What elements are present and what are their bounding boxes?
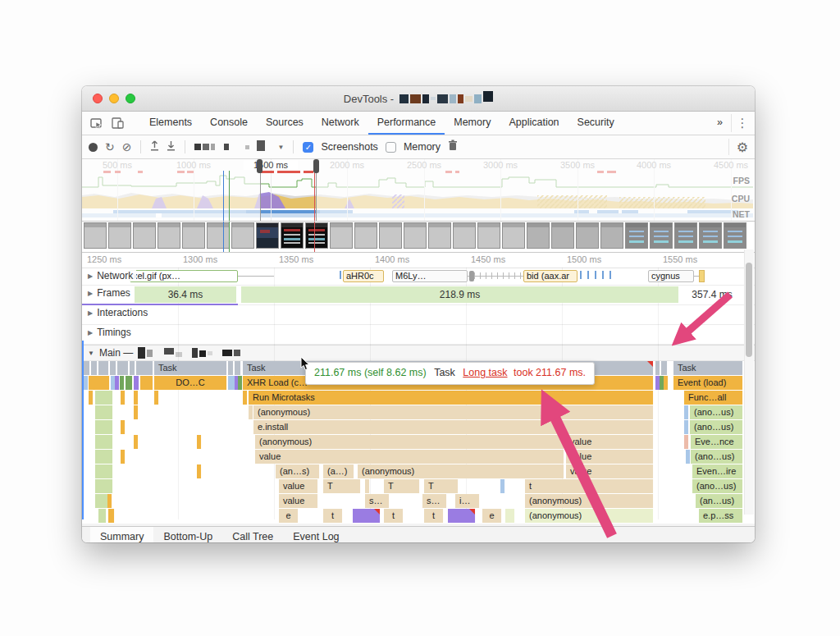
flame-segment[interactable] xyxy=(91,361,98,375)
filmstrip-thumbnail[interactable] xyxy=(625,222,648,249)
interactions-track[interactable]: Interactions xyxy=(82,305,755,325)
flame-segment[interactable] xyxy=(121,450,126,464)
flame-segment[interactable]: (anonymous) xyxy=(358,464,564,478)
flame-segment[interactable]: DO…C xyxy=(154,376,227,390)
flame-segment[interactable] xyxy=(95,405,113,419)
flame-segment[interactable]: e xyxy=(279,509,299,523)
timings-track-label[interactable]: Timings xyxy=(84,327,135,338)
network-request-sliver[interactable] xyxy=(699,270,705,282)
flame-segment[interactable] xyxy=(121,391,126,405)
flame-segment[interactable] xyxy=(197,435,202,449)
flame-segment[interactable] xyxy=(134,391,139,405)
save-profile-icon[interactable] xyxy=(167,140,176,154)
flame-segment[interactable]: (an…s) xyxy=(276,464,320,478)
selection-handle-left[interactable] xyxy=(257,159,262,173)
filmstrip-thumbnail[interactable] xyxy=(724,222,746,249)
flame-segment[interactable] xyxy=(121,420,126,434)
flame-segment[interactable]: i… xyxy=(455,494,480,508)
flame-segment[interactable]: Task xyxy=(154,361,227,375)
flame-segment[interactable]: T xyxy=(424,479,459,493)
filmstrip-thumbnail[interactable] xyxy=(699,222,722,249)
flame-segment[interactable]: value xyxy=(566,464,654,478)
flame-segment[interactable] xyxy=(89,391,94,405)
details-tab-bottom-up[interactable]: Bottom-Up xyxy=(153,527,222,542)
filmstrip-thumbnail[interactable] xyxy=(551,222,574,249)
flame-segment[interactable]: s… xyxy=(365,494,390,508)
minimize-window-button[interactable] xyxy=(109,94,119,103)
flame-segment[interactable] xyxy=(500,479,505,493)
interactions-track-label[interactable]: Interactions xyxy=(84,307,151,318)
frames-track[interactable]: Frames 36.4 ms218.9 ms357.4 ms xyxy=(82,286,755,305)
network-request[interactable]: xel.gif (px… xyxy=(130,270,238,282)
flame-segment[interactable]: t xyxy=(424,509,444,523)
flame-segment[interactable]: Task xyxy=(673,361,743,375)
filmstrip-thumbnail[interactable] xyxy=(379,222,402,249)
flame-segment[interactable]: t xyxy=(525,479,654,493)
flame-segment[interactable]: (a…) xyxy=(323,464,354,478)
vertical-scrollbar[interactable] xyxy=(744,249,754,515)
tab-security[interactable]: Security xyxy=(568,112,623,135)
frame-duration[interactable]: 36.4 ms xyxy=(133,286,238,303)
screenshot-filmstrip[interactable] xyxy=(82,222,755,253)
flame-segment[interactable]: value xyxy=(279,479,318,493)
details-tab-call-tree[interactable]: Call Tree xyxy=(222,527,283,542)
flame-segment[interactable]: e xyxy=(482,509,502,523)
flame-segment[interactable] xyxy=(95,391,113,405)
flame-segment[interactable]: value xyxy=(279,494,318,508)
tab-console[interactable]: Console xyxy=(201,112,257,135)
flame-segment[interactable] xyxy=(655,361,660,375)
flame-segment[interactable]: (anonymous) xyxy=(525,509,654,523)
more-tabs-chevron[interactable]: » xyxy=(710,112,729,135)
flame-segment[interactable] xyxy=(197,464,202,478)
flame-segment[interactable] xyxy=(98,361,109,375)
load-profile-icon[interactable] xyxy=(150,140,159,154)
capture-settings-gear-icon[interactable]: ⚙ xyxy=(728,139,748,155)
screenshots-checkbox[interactable]: ✓ xyxy=(303,142,313,153)
flame-segment[interactable] xyxy=(136,361,153,375)
flame-segment[interactable] xyxy=(684,420,689,434)
flame-segment[interactable]: (ano…us) xyxy=(692,479,743,493)
filmstrip-thumbnail[interactable] xyxy=(281,222,304,249)
network-track[interactable]: Network xel.gif (px…aHR0cM6Ly…bid (aax.a… xyxy=(82,268,755,286)
flame-segment[interactable] xyxy=(117,361,129,375)
memory-checkbox[interactable] xyxy=(386,142,396,153)
flame-segment[interactable]: value xyxy=(566,450,654,464)
filmstrip-thumbnail[interactable] xyxy=(674,222,697,249)
flame-segment[interactable]: value xyxy=(255,450,564,464)
flame-segment[interactable]: (ano…us) xyxy=(690,420,743,434)
flame-segment[interactable] xyxy=(98,509,107,523)
flame-segment[interactable]: (anonymous) xyxy=(255,435,564,449)
flame-segment[interactable] xyxy=(95,464,113,478)
flame-segment[interactable] xyxy=(134,435,139,449)
flame-segment[interactable] xyxy=(140,376,153,390)
filmstrip-thumbnail[interactable] xyxy=(576,222,599,249)
filmstrip-thumbnail[interactable] xyxy=(158,222,180,249)
tab-network[interactable]: Network xyxy=(313,112,368,135)
flame-segment[interactable]: Eve…nce xyxy=(691,435,743,449)
filmstrip-thumbnail[interactable] xyxy=(182,222,205,249)
frames-track-label[interactable]: Frames xyxy=(84,287,134,299)
timeline-overview[interactable]: 500 ms1000 ms1500 ms2000 ms2500 ms3000 m… xyxy=(82,159,755,222)
flame-segment[interactable]: Func…all xyxy=(684,391,743,405)
zoom-window-button[interactable] xyxy=(126,94,135,103)
flame-segment[interactable] xyxy=(154,391,159,405)
filmstrip-thumbnail[interactable] xyxy=(108,222,131,249)
close-window-button[interactable] xyxy=(93,94,103,103)
flame-segment[interactable] xyxy=(110,361,116,375)
flame-segment[interactable]: value xyxy=(566,435,654,449)
flame-segment[interactable] xyxy=(89,376,110,390)
filmstrip-thumbnail[interactable] xyxy=(231,222,254,249)
flame-segment[interactable] xyxy=(130,361,135,375)
timings-track[interactable]: Timings xyxy=(82,325,755,345)
devtools-menu-icon[interactable]: ⋮ xyxy=(731,114,753,132)
flame-segment[interactable]: s… xyxy=(422,494,447,508)
tab-application[interactable]: Application xyxy=(500,112,568,135)
filmstrip-thumbnail[interactable] xyxy=(207,222,230,249)
network-request[interactable]: aHR0c xyxy=(343,270,384,282)
flame-segment[interactable] xyxy=(95,450,113,464)
flame-segment[interactable] xyxy=(107,494,112,508)
flame-segment[interactable] xyxy=(228,361,234,375)
tab-sources[interactable]: Sources xyxy=(257,112,313,135)
tab-memory[interactable]: Memory xyxy=(445,112,500,135)
filmstrip-thumbnail[interactable] xyxy=(256,222,279,249)
